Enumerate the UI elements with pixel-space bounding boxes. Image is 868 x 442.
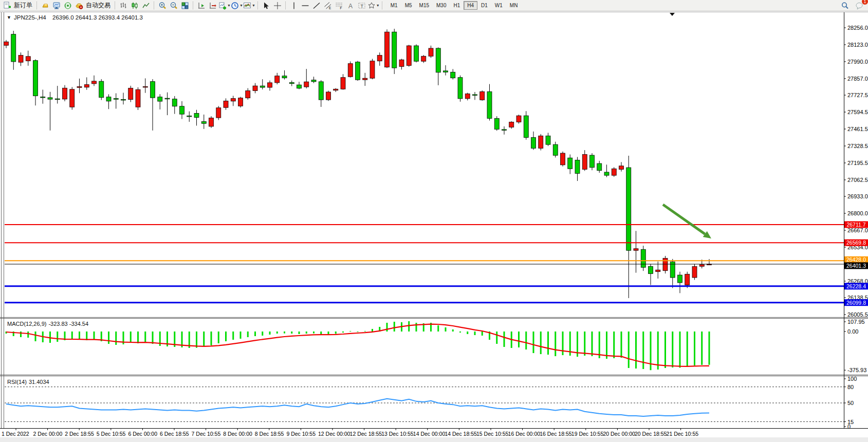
candle xyxy=(304,82,309,87)
line-chart-button[interactable] xyxy=(140,1,152,11)
macd-histogram-bar xyxy=(613,332,615,358)
arrows-icon xyxy=(367,2,376,10)
time-axis-label: 5 Dec 10:55 xyxy=(97,431,126,437)
macd-histogram-bar xyxy=(525,332,527,349)
candle xyxy=(678,275,682,283)
candle xyxy=(143,86,147,87)
candlestick-chart-icon xyxy=(131,2,139,10)
candle xyxy=(275,76,280,83)
auto-trading-label[interactable]: 自动交易 xyxy=(85,1,113,10)
candle xyxy=(326,92,331,100)
crosshair-button[interactable] xyxy=(272,1,283,11)
clock-icon xyxy=(231,2,239,10)
notifications-button[interactable]: 1 xyxy=(854,1,865,11)
text-label-button[interactable]: T xyxy=(356,1,367,11)
bar-chart-button[interactable] xyxy=(118,1,129,11)
equidistant-channel-button[interactable]: E xyxy=(322,1,334,11)
new-order-button[interactable] xyxy=(2,1,13,11)
timeframe-m1-button[interactable]: M1 xyxy=(387,1,401,10)
crosshair-icon xyxy=(273,2,282,10)
zoom-out-button[interactable] xyxy=(168,1,179,11)
timeframe-m5-button[interactable]: M5 xyxy=(401,1,416,10)
price-axis-tick: 27857.0 xyxy=(847,76,868,82)
candle xyxy=(649,266,653,273)
horizontal-line-button[interactable] xyxy=(300,1,311,11)
tile-windows-button[interactable] xyxy=(179,1,191,11)
time-axis-label: 12 Dec 00:00 xyxy=(318,431,350,437)
auto-trading-button[interactable] xyxy=(73,1,85,11)
arrows-button[interactable]: ▼ xyxy=(367,1,380,11)
auto-scroll-button[interactable] xyxy=(207,1,218,11)
macd-histogram-bar xyxy=(445,327,447,332)
candle xyxy=(494,118,499,129)
signal-button[interactable] xyxy=(62,1,73,11)
bar-chart-icon xyxy=(119,2,127,10)
gold-button[interactable] xyxy=(40,1,51,11)
indicators-button[interactable]: ▼ xyxy=(243,1,255,11)
candle xyxy=(172,99,177,106)
candle xyxy=(568,158,572,169)
candle xyxy=(561,153,565,165)
chart-ohlc-values: 26396.0 26441.3 26393.4 26401.3 xyxy=(52,14,143,21)
rsi-axis-tick: 50 xyxy=(847,400,854,406)
trendline-icon xyxy=(312,2,321,10)
signal-icon xyxy=(64,2,72,10)
macd-histogram-bar xyxy=(694,332,695,365)
fibonacci-button[interactable]: F xyxy=(334,1,345,11)
timeframe-w1-button[interactable]: W1 xyxy=(491,1,506,10)
candle xyxy=(341,78,345,89)
macd-histogram-bar xyxy=(540,332,542,354)
toolbar-separator xyxy=(115,2,116,9)
macd-histogram-bar xyxy=(79,332,80,340)
new-order-label[interactable]: 新订单 xyxy=(13,1,34,10)
time-axis-label: 13 Dec 10:55 xyxy=(381,431,414,437)
new-chart-icon xyxy=(218,2,227,10)
macd-histogram-bar xyxy=(635,332,637,369)
periods-button[interactable]: ▼ xyxy=(231,1,243,11)
macd-histogram-bar xyxy=(672,332,673,367)
candle xyxy=(436,48,440,72)
candle xyxy=(399,60,404,66)
vertical-line-button[interactable] xyxy=(288,1,300,11)
candle xyxy=(319,82,323,100)
cursor-button[interactable] xyxy=(261,1,272,11)
text-button[interactable]: A xyxy=(345,1,356,11)
timeframe-h4-button[interactable]: H4 xyxy=(464,1,477,10)
chart-collapse-icon[interactable]: ▼ xyxy=(7,15,11,20)
candle xyxy=(685,274,690,285)
candlestick-chart-button[interactable] xyxy=(129,1,140,11)
time-axis-label: 9 Dec 10:55 xyxy=(286,431,316,437)
candle xyxy=(641,249,645,267)
chart-canvas[interactable]: 28256.028123.027990.027857.027727.527594… xyxy=(0,11,868,442)
new-chart-button[interactable]: ▼ xyxy=(218,1,231,11)
candle xyxy=(392,32,397,68)
time-axis-label: 6 Dec 00:00 xyxy=(128,431,157,437)
candle xyxy=(531,138,536,149)
candle xyxy=(553,144,558,155)
market-watch-button[interactable] xyxy=(51,1,62,11)
candle xyxy=(656,270,660,271)
trendline-button[interactable] xyxy=(311,1,322,11)
candle xyxy=(612,169,616,175)
macd-histogram-bar xyxy=(701,332,703,365)
macd-histogram-bar xyxy=(130,332,132,343)
candle xyxy=(597,163,602,171)
timeframe-m15-button[interactable]: M15 xyxy=(416,1,433,10)
text-label-icon: T xyxy=(358,2,366,10)
search-button[interactable] xyxy=(839,1,851,11)
macd-histogram-bar xyxy=(562,332,564,355)
timeframe-mn-button[interactable]: MN xyxy=(506,1,522,10)
timeframe-h1-button[interactable]: H1 xyxy=(450,1,464,10)
timeframe-d1-button[interactable]: D1 xyxy=(477,1,491,10)
new-order-icon xyxy=(3,2,11,10)
candle xyxy=(4,42,9,45)
candle xyxy=(297,85,302,88)
macd-histogram-bar xyxy=(232,332,234,340)
notification-count-badge: 1 xyxy=(862,0,868,5)
timeframe-m30-button[interactable]: M30 xyxy=(433,1,450,10)
candle xyxy=(121,99,126,100)
macd-histogram-bar xyxy=(49,332,51,343)
macd-histogram-bar xyxy=(496,332,497,344)
chart-shift-button[interactable] xyxy=(196,1,207,11)
zoom-in-button[interactable] xyxy=(157,1,168,11)
